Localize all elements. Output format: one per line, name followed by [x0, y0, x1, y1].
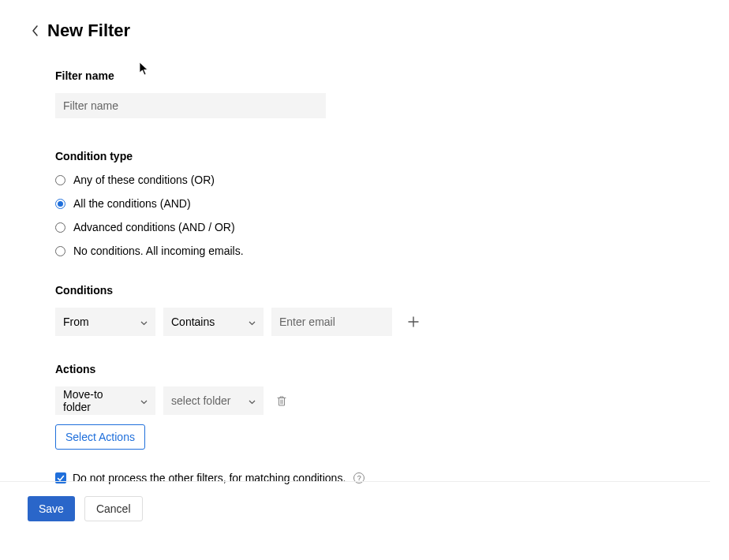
condition-value-input[interactable] — [271, 308, 392, 336]
condition-field-value: From — [63, 315, 89, 328]
action-target-placeholder: select folder — [171, 394, 230, 407]
radio-icon — [55, 222, 65, 233]
radio-no-conditions[interactable]: No conditions. All incoming emails. — [55, 245, 671, 257]
add-condition-button[interactable] — [403, 312, 424, 332]
radio-label: All the conditions (AND) — [73, 197, 191, 210]
chevron-down-icon — [140, 394, 148, 407]
condition-field-select[interactable]: From — [55, 308, 155, 336]
chevron-left-icon — [32, 24, 39, 37]
radio-all-and[interactable]: All the conditions (AND) — [55, 197, 671, 210]
conditions-label: Conditions — [55, 284, 671, 297]
chevron-down-icon — [249, 394, 256, 407]
back-button[interactable] — [28, 24, 43, 38]
radio-advanced[interactable]: Advanced conditions (AND / OR) — [55, 221, 671, 233]
condition-type-label: Condition type — [55, 150, 671, 162]
action-row: Move-to folder select folder — [55, 386, 671, 415]
radio-label: No conditions. All incoming emails. — [73, 245, 244, 257]
chevron-down-icon — [249, 315, 256, 328]
delete-action-button[interactable] — [271, 390, 292, 411]
chevron-down-icon — [140, 315, 148, 328]
cancel-button[interactable]: Cancel — [84, 496, 143, 521]
radio-icon — [55, 246, 65, 256]
page-title: New Filter — [47, 21, 130, 41]
plus-icon — [408, 316, 419, 327]
radio-icon — [55, 199, 65, 209]
radio-icon — [55, 175, 65, 185]
action-type-select[interactable]: Move-to folder — [55, 386, 155, 415]
actions-label: Actions — [55, 363, 671, 375]
radio-any-or[interactable]: Any of these conditions (OR) — [55, 174, 671, 186]
radio-label: Advanced conditions (AND / OR) — [73, 221, 235, 233]
filter-name-label: Filter name — [55, 69, 671, 82]
condition-operator-select[interactable]: Contains — [163, 308, 264, 336]
trash-icon — [276, 395, 287, 407]
radio-label: Any of these conditions (OR) — [73, 174, 215, 186]
action-target-select[interactable]: select folder — [163, 386, 264, 415]
save-button[interactable]: Save — [28, 496, 75, 521]
filter-name-input[interactable] — [55, 93, 326, 118]
condition-operator-value: Contains — [171, 315, 215, 328]
condition-row: From Contains — [55, 308, 671, 336]
select-actions-button[interactable]: Select Actions — [55, 424, 145, 450]
action-type-value: Move-to folder — [63, 388, 132, 413]
